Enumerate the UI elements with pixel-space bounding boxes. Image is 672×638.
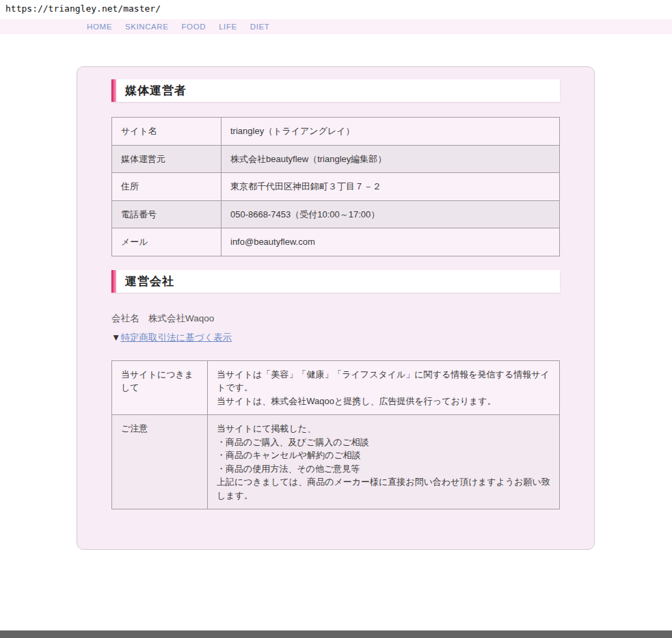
section-header-operating-company: 運営会社 [111,270,560,293]
row-value: 050-8668-7453（受付10:00～17:00） [221,200,560,228]
table-row: メール info@beautyflew.com [112,228,560,256]
row-label: 媒体運営元 [112,145,221,173]
table-row: 電話番号 050-8668-7453（受付10:00～17:00） [112,200,560,228]
nav-item-skincare[interactable]: SKINCARE [125,23,169,31]
media-operator-table: サイト名 triangley（トライアングレイ） 媒体運営元 株式会社beaut… [111,117,560,256]
nav-item-food[interactable]: FOOD [182,23,206,31]
row-value: 株式会社beautyflew（triangley編集部） [221,145,560,173]
row-value: 当サイトは「美容」「健康」「ライフスタイル」に関する情報を発信する情報サイトです… [208,360,560,415]
table-row: サイト名 triangley（トライアングレイ） [112,118,560,146]
triangle-down-icon: ▼ [111,332,120,343]
row-value: info@beautyflew.com [221,228,560,256]
row-label: 住所 [112,173,221,201]
footer-bar [0,630,672,638]
nav-item-diet[interactable]: DIET [250,23,270,31]
table-row: 住所 東京都千代田区神田錦町３丁目７－２ [112,173,560,201]
table-row: ご注意 当サイトにて掲載した、 ・商品のご購入、及びご購入のご相談 ・商品のキャ… [112,415,560,509]
table-row: 当サイトにつきまして 当サイトは「美容」「健康」「ライフスタイル」に関する情報を… [112,360,560,415]
row-value: triangley（トライアングレイ） [221,118,560,146]
table-row: 媒体運営元 株式会社beautyflew（triangley編集部） [112,145,560,173]
disclosure-line: ▼特定商取引法に基づく表示 [111,332,560,344]
main-nav: HOME SKINCARE FOOD LIFE DIET [0,19,672,34]
row-label: 当サイトにつきまして [112,360,208,415]
row-label: 電話番号 [112,200,221,228]
row-value: 東京都千代田区神田錦町３丁目７－２ [221,173,560,201]
accent-stripe [111,270,116,293]
section-title: 媒体運営者 [116,79,187,102]
section-title: 運営会社 [116,270,174,293]
company-name-line: 会社名 株式会社Waqoo [111,313,560,325]
row-value: 当サイトにて掲載した、 ・商品のご購入、及びご購入のご相談 ・商品のキャンセルや… [208,415,560,509]
page: https://triangley.net/master/ HOME SKINC… [0,0,672,638]
section-header-media-operator: 媒体運営者 [111,79,560,102]
site-notes-table: 当サイトにつきまして 当サイトは「美容」「健康」「ライフスタイル」に関する情報を… [111,360,560,510]
row-label: メール [112,228,221,256]
accent-stripe [111,79,116,102]
content-panel: 媒体運営者 サイト名 triangley（トライアングレイ） 媒体運営元 株式会… [77,66,595,550]
nav-item-home[interactable]: HOME [87,23,112,31]
page-url-text: https://triangley.net/master/ [0,0,672,19]
row-label: サイト名 [112,118,221,146]
disclosure-link[interactable]: 特定商取引法に基づく表示 [120,332,232,343]
row-label: ご注意 [112,415,208,509]
nav-item-life[interactable]: LIFE [219,23,237,31]
